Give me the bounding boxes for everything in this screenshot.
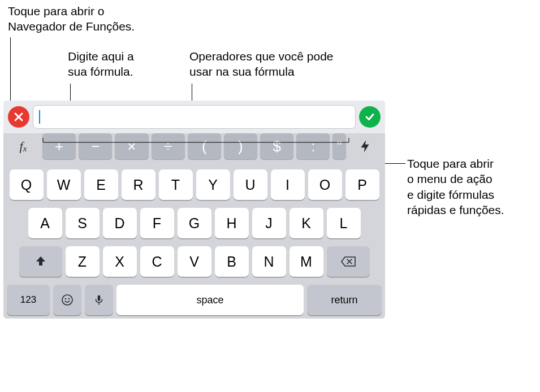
row-4: 123 space return [7, 285, 382, 315]
key-i[interactable]: I [271, 169, 305, 200]
key-p[interactable]: P [345, 169, 379, 200]
callout-function-browser: Toque para abrir o Navegador de Funções. [8, 3, 135, 34]
key-shift[interactable] [19, 246, 62, 277]
key-k[interactable]: K [290, 208, 323, 238]
formula-keyboard: fx + − × ÷ ( ) $ : " Q W E R T Y U I O P [3, 101, 385, 319]
key-g[interactable]: G [178, 208, 211, 238]
key-h[interactable]: H [215, 208, 249, 238]
emoji-icon [61, 293, 74, 307]
key-o[interactable]: O [308, 169, 342, 200]
key-space[interactable]: space [116, 285, 304, 315]
svg-point-2 [68, 298, 70, 300]
key-m[interactable]: M [290, 246, 323, 277]
x-icon [13, 111, 24, 123]
key-y[interactable]: Y [196, 169, 230, 200]
key-return[interactable]: return [307, 285, 382, 315]
key-b[interactable]: B [215, 246, 249, 277]
key-e[interactable]: E [84, 169, 118, 200]
backspace-icon [340, 256, 356, 267]
callout-type-formula: Digite aqui a sua fórmula. [68, 49, 134, 80]
operators-bracket [42, 138, 349, 147]
callout-action-menu: Toque para abrir o menu de ação e digite… [407, 156, 504, 217]
key-u[interactable]: U [234, 169, 267, 200]
key-j[interactable]: J [252, 208, 286, 238]
callout-operators: Operadores que você pode usar na sua fór… [189, 49, 334, 80]
key-q[interactable]: Q [10, 169, 44, 200]
svg-point-1 [65, 298, 67, 300]
key-t[interactable]: T [159, 169, 193, 200]
shift-icon [34, 255, 47, 268]
key-c[interactable]: C [140, 246, 174, 277]
function-browser-button[interactable]: fx [7, 133, 40, 159]
text-cursor [39, 110, 40, 124]
cancel-button[interactable] [8, 106, 29, 128]
svg-rect-3 [98, 295, 101, 301]
key-z[interactable]: Z [66, 246, 100, 277]
key-a[interactable]: A [28, 208, 62, 238]
check-icon [364, 111, 375, 123]
formula-bar-row [3, 101, 385, 133]
formula-input[interactable] [33, 105, 356, 129]
key-n[interactable]: N [252, 246, 286, 277]
key-d[interactable]: D [103, 208, 137, 238]
qwerty-rows: Q W E R T Y U I O P A S D F G H J K L [3, 163, 385, 315]
quick-action-button[interactable] [349, 133, 382, 159]
key-numbers[interactable]: 123 [7, 285, 50, 315]
key-w[interactable]: W [47, 169, 81, 200]
key-r[interactable]: R [122, 169, 155, 200]
key-l[interactable]: L [327, 208, 361, 238]
row-1: Q W E R T Y U I O P [7, 169, 382, 200]
row-3: Z X C V B N M [7, 246, 382, 277]
svg-point-0 [62, 295, 72, 305]
mic-icon [93, 294, 105, 306]
key-x[interactable]: X [103, 246, 137, 277]
key-mic[interactable] [85, 285, 113, 315]
key-f[interactable]: F [140, 208, 174, 238]
confirm-button[interactable] [359, 106, 381, 128]
flash-icon [358, 139, 373, 154]
key-v[interactable]: V [178, 246, 211, 277]
key-s[interactable]: S [66, 208, 100, 238]
key-emoji[interactable] [53, 285, 81, 315]
row-2: A S D F G H J K L [7, 208, 382, 238]
key-backspace[interactable] [327, 246, 370, 277]
